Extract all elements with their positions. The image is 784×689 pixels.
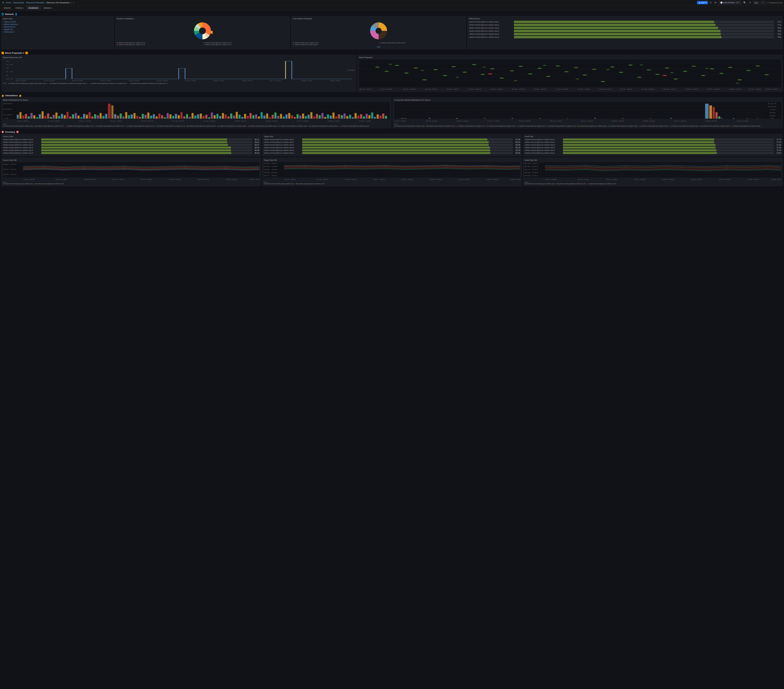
svg-text:00:00: 00:00 xyxy=(79,120,91,122)
svg-rect-289 xyxy=(622,118,624,118)
svg-rect-132 xyxy=(50,117,52,118)
svg-rect-210 xyxy=(266,113,268,118)
svg-rect-227 xyxy=(313,117,315,118)
svg-text:00:00: 00:00 xyxy=(606,179,618,180)
fire-icon2: 🟧 xyxy=(25,52,28,54)
svg-rect-202 xyxy=(244,114,246,118)
svg-text:08:00: 08:00 xyxy=(705,120,717,122)
link-github[interactable]: github repository xyxy=(3,23,112,25)
svg-text:04:30: 04:30 xyxy=(663,89,676,90)
svg-rect-161 xyxy=(131,114,133,118)
num-validators-title: Number of validators xyxy=(117,18,288,20)
refresh-interval[interactable]: 12s xyxy=(753,1,759,4)
svg-rect-214 xyxy=(277,116,279,118)
link-bageth[interactable]: bageth.xyz xyxy=(3,28,112,30)
tab-breakdown[interactable]: breakdown xyxy=(26,6,41,10)
copy-icon[interactable]: ⎘ xyxy=(709,1,712,4)
tab-network[interactable]: network xyxy=(2,6,13,10)
svg-text:22:00: 22:00 xyxy=(394,120,406,122)
tab-holesky[interactable]: holesky xyxy=(13,6,26,10)
svg-text:05:00: 05:00 xyxy=(486,179,498,180)
svg-rect-299 xyxy=(746,118,748,118)
svg-text:23:30: 23:30 xyxy=(446,89,459,90)
star-icon[interactable]: ☆ xyxy=(71,2,72,4)
svg-rect-152 xyxy=(105,114,107,118)
svg-text:00:00: 00:00 xyxy=(72,80,83,82)
effectiveness-panel: Effectiveness validator:holesky-lighthou… xyxy=(467,16,782,49)
svg-point-78 xyxy=(662,75,667,76)
svg-rect-180 xyxy=(183,117,185,118)
target-icon: 🎯 xyxy=(2,131,4,133)
svg-rect-297 xyxy=(721,118,722,118)
svg-text:03:00: 03:00 xyxy=(550,120,562,122)
link-open-issue[interactable]: open an issue xyxy=(3,21,112,23)
svg-text:01:00: 01:00 xyxy=(112,179,124,180)
svg-rect-206 xyxy=(255,114,257,118)
breadcrumb-ethereum-reloaded[interactable]: Ethereum Reloaded xyxy=(26,2,44,4)
svg-text:02:00: 02:00 xyxy=(128,80,140,82)
svg-point-41 xyxy=(443,75,447,76)
svg-point-72 xyxy=(728,67,733,68)
svg-rect-240 xyxy=(349,115,351,118)
svg-text:0.5: 0.5 xyxy=(6,78,13,80)
svg-text:0: 0 xyxy=(771,117,774,119)
svg-text:1: 1 xyxy=(6,74,9,76)
quick-links-title: Quick Links xyxy=(3,18,112,20)
eff-row-1: validator:holesky-lighthouse-validator-s… xyxy=(469,24,781,26)
menu-icon[interactable]: ☰ xyxy=(2,1,5,4)
refresh-icon[interactable]: ↺ xyxy=(748,1,752,4)
target-icon2: 🎯 xyxy=(16,131,19,133)
tv-row-1: validator:holesky-lighthouse-validator-s… xyxy=(264,141,520,143)
breadcrumb-home[interactable]: Home xyxy=(6,2,11,4)
svg-text:08:00: 08:00 xyxy=(301,80,312,82)
breadcrumb-dashboards[interactable]: Dashboards xyxy=(13,2,24,4)
svg-point-39 xyxy=(422,79,427,80)
tv-row-5: validator:holesky-lighthouse-validator-s… xyxy=(264,152,520,154)
svg-text:1.5: 1.5 xyxy=(6,71,13,72)
svg-text:99.50: 99.50 xyxy=(264,163,277,164)
svg-rect-218 xyxy=(288,113,290,118)
zoom-icon[interactable]: 🔍 xyxy=(743,1,747,4)
kiln-logo: ⬡ xyxy=(767,2,769,4)
link-beaconchain[interactable]: beaconcha.in xyxy=(3,26,112,28)
svg-text:02:00: 02:00 xyxy=(555,89,568,90)
consecutive-missed-panel: Consecutive Missed Attestations Per Epoc… xyxy=(393,97,782,128)
svg-point-54 xyxy=(564,71,569,72)
svg-rect-124 xyxy=(28,117,30,118)
settings-icon[interactable]: ⚙ xyxy=(714,1,717,4)
target-24h-legend: validator:devnet-holesky-prysm-validator… xyxy=(264,183,520,184)
svg-point-89 xyxy=(705,68,708,69)
svg-rect-253 xyxy=(385,116,387,118)
svg-text:03:00: 03:00 xyxy=(157,80,168,82)
svg-text:02:30: 02:30 xyxy=(577,89,590,90)
source-vote-24h-svg: 98.00 97.00 96.00 22:00 23:00 00:00 01:0… xyxy=(3,162,259,181)
hv-row-4: validator:holesky-lighthouse-validator-s… xyxy=(525,149,781,151)
head-vote-rows: validator:holesky-lighthouse-validator-s… xyxy=(525,138,781,154)
tab-validator[interactable]: validator xyxy=(41,6,54,10)
network-section-header: 🌐 Network 👤 xyxy=(2,12,782,16)
sv-row-3: validator:holesky-lighthouse-validator-s… xyxy=(3,146,259,149)
panel-options[interactable]: ⋮ xyxy=(761,1,766,4)
head-24h-legend: validator:devnet-holesky-prysm-validator… xyxy=(525,183,781,184)
head-vote-24h-panel: Head Vote 24h 89.00 88.00 87.00 86.00 85… xyxy=(523,158,782,186)
svg-rect-199 xyxy=(236,112,238,118)
add-button[interactable]: ☁ Add ▾ xyxy=(697,1,708,4)
svg-text:03:30: 03:30 xyxy=(619,89,632,90)
effectiveness-rows: validator:holesky-lighthouse-validator-s… xyxy=(469,21,781,38)
svg-text:100: 100 xyxy=(3,114,12,115)
svg-point-38 xyxy=(413,67,418,69)
svg-text:23:00: 23:00 xyxy=(56,179,67,180)
svg-text:86.00: 86.00 xyxy=(525,172,538,173)
svg-rect-232 xyxy=(327,114,329,118)
svg-rect-174 xyxy=(167,113,169,118)
svg-text:04:00: 04:00 xyxy=(581,120,593,122)
effectiveness-title: Effectiveness xyxy=(469,18,781,20)
svg-text:00:00: 00:00 xyxy=(456,120,468,122)
future-proposals-pie: validator:holesky-prysm-validator-rbx-02… xyxy=(293,21,464,48)
link-etherscan[interactable]: etherscan.io xyxy=(3,31,112,33)
svg-rect-292 xyxy=(705,104,708,118)
svg-point-46 xyxy=(490,68,494,69)
share-icon[interactable]: ⤢ xyxy=(73,2,74,4)
svg-rect-182 xyxy=(189,117,191,118)
time-range-selector[interactable]: 🕐 Last 12 hours UTC xyxy=(719,1,741,4)
